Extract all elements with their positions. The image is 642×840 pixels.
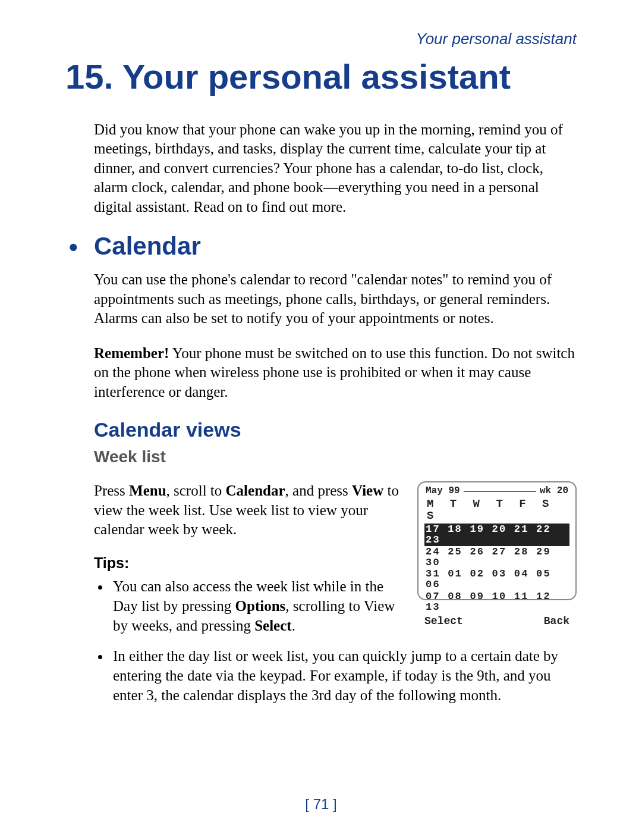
calendar-heading: • Calendar	[65, 232, 577, 261]
phone-row-3: 07 08 09 10 11 12 13	[424, 591, 569, 613]
phone-day-letters: M T W T F S S	[424, 496, 569, 524]
chapter-name: Your personal assistant	[122, 57, 511, 96]
phone-row-1: 24 25 26 27 28 29 30	[424, 546, 569, 569]
txt: , and press	[285, 482, 352, 499]
bold-view: View	[352, 482, 383, 499]
phone-row-0: 17 18 19 20 21 22 23	[424, 524, 569, 546]
phone-divider	[464, 491, 536, 492]
bullet-icon: •	[69, 233, 78, 262]
calendar-paragraph: You can use the phone's calendar to reco…	[65, 270, 577, 328]
bold-calendar: Calendar	[226, 482, 285, 499]
phone-week-label: wk 20	[540, 486, 568, 496]
document-page: Your personal assistant 15. Your persona…	[0, 0, 642, 840]
week-list-heading: Week list	[65, 447, 577, 466]
txt: , scroll to	[166, 482, 226, 499]
txt: Press	[94, 482, 129, 499]
calendar-views-heading: Calendar views	[65, 418, 577, 441]
page-number: [ 71 ]	[0, 796, 642, 813]
running-header: Your personal assistant	[65, 30, 577, 48]
remember-block: Remember! Your phone must be switched on…	[65, 344, 577, 402]
tip-item: In either the day list or week list, you…	[111, 646, 577, 705]
phone-row-2: 31 01 02 03 04 05 06	[424, 568, 569, 591]
week-list-block: May 99 wk 20 M T W T F S S 17 18 19 20 2…	[65, 481, 577, 716]
chapter-title: 15. Your personal assistant	[65, 59, 577, 95]
bold-menu: Menu	[129, 482, 166, 499]
remember-label: Remember!	[94, 345, 169, 361]
phone-right-softkey: Back	[544, 616, 569, 627]
phone-month: May 99	[426, 486, 460, 496]
txt: In either the day list or week list, you…	[113, 648, 558, 703]
intro-paragraph: Did you know that your phone can wake yo…	[65, 120, 577, 217]
txt: .	[292, 618, 295, 634]
bold-options: Options	[235, 598, 286, 614]
calendar-heading-text: Calendar	[94, 232, 201, 260]
phone-left-softkey: Select	[424, 616, 463, 627]
phone-screenshot: May 99 wk 20 M T W T F S S 17 18 19 20 2…	[417, 481, 577, 600]
bold-select: Select	[254, 618, 291, 634]
chapter-number: 15.	[65, 57, 114, 96]
